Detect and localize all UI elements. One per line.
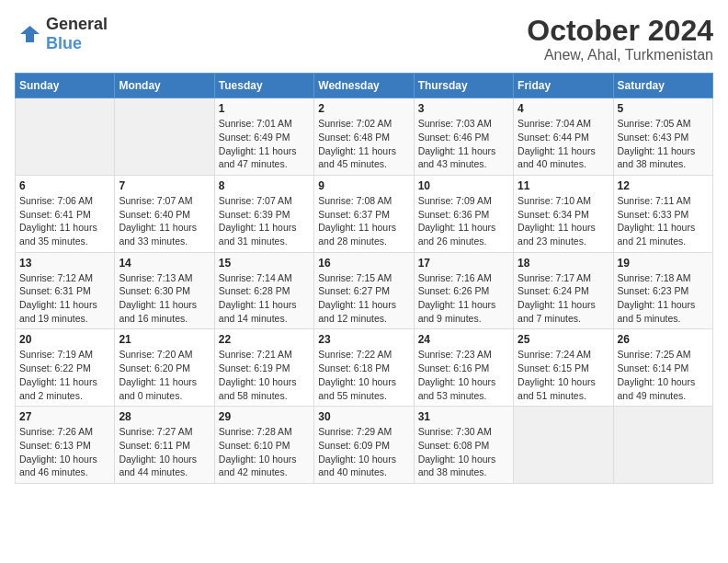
calendar-cell: 3Sunrise: 7:03 AM Sunset: 6:46 PM Daylig…	[414, 98, 513, 176]
calendar-cell: 5Sunrise: 7:05 AM Sunset: 6:43 PM Daylig…	[613, 98, 712, 176]
day-number: 20	[19, 333, 110, 346]
calendar-header: SundayMondayTuesdayWednesdayThursdayFrid…	[16, 74, 713, 98]
day-number: 26	[618, 333, 709, 346]
day-info: Sunrise: 7:13 AM Sunset: 6:30 PM Dayligh…	[119, 271, 210, 326]
day-number: 2	[318, 102, 409, 115]
day-number: 17	[418, 257, 509, 270]
day-number: 15	[219, 257, 310, 270]
calendar-week: 27Sunrise: 7:26 AM Sunset: 6:13 PM Dayli…	[16, 407, 713, 484]
calendar-week: 13Sunrise: 7:12 AM Sunset: 6:31 PM Dayli…	[16, 252, 713, 329]
day-header: Sunday	[16, 74, 115, 98]
page-title: October 2024	[527, 15, 713, 47]
day-number: 13	[19, 257, 110, 270]
calendar-cell: 14Sunrise: 7:13 AM Sunset: 6:30 PM Dayli…	[115, 252, 214, 329]
svg-marker-0	[20, 26, 40, 42]
calendar-cell: 20Sunrise: 7:19 AM Sunset: 6:22 PM Dayli…	[16, 329, 115, 407]
day-number: 14	[119, 257, 210, 270]
day-number: 1	[219, 102, 310, 115]
day-info: Sunrise: 7:09 AM Sunset: 6:36 PM Dayligh…	[418, 194, 509, 248]
day-info: Sunrise: 7:08 AM Sunset: 6:37 PM Dayligh…	[318, 194, 409, 248]
day-header: Friday	[514, 74, 613, 98]
day-info: Sunrise: 7:05 AM Sunset: 6:43 PM Dayligh…	[618, 117, 709, 171]
day-info: Sunrise: 7:27 AM Sunset: 6:11 PM Dayligh…	[119, 425, 210, 479]
calendar-cell: 17Sunrise: 7:16 AM Sunset: 6:26 PM Dayli…	[414, 252, 513, 329]
calendar-cell: 25Sunrise: 7:24 AM Sunset: 6:15 PM Dayli…	[514, 329, 613, 407]
day-info: Sunrise: 7:18 AM Sunset: 6:23 PM Dayligh…	[618, 271, 709, 326]
calendar-cell: 24Sunrise: 7:23 AM Sunset: 6:16 PM Dayli…	[414, 329, 513, 407]
calendar-body: 1Sunrise: 7:01 AM Sunset: 6:49 PM Daylig…	[16, 98, 713, 484]
day-info: Sunrise: 7:07 AM Sunset: 6:40 PM Dayligh…	[119, 194, 210, 248]
day-info: Sunrise: 7:15 AM Sunset: 6:27 PM Dayligh…	[318, 271, 409, 326]
calendar-cell: 12Sunrise: 7:11 AM Sunset: 6:33 PM Dayli…	[613, 175, 712, 252]
day-number: 9	[318, 179, 409, 192]
day-header: Thursday	[414, 74, 513, 98]
day-number: 24	[418, 333, 509, 346]
day-info: Sunrise: 7:21 AM Sunset: 6:19 PM Dayligh…	[219, 348, 310, 402]
day-info: Sunrise: 7:19 AM Sunset: 6:22 PM Dayligh…	[19, 348, 110, 402]
day-header: Monday	[115, 74, 214, 98]
day-info: Sunrise: 7:14 AM Sunset: 6:28 PM Dayligh…	[219, 271, 310, 326]
calendar-cell: 11Sunrise: 7:10 AM Sunset: 6:34 PM Dayli…	[514, 175, 613, 252]
day-info: Sunrise: 7:11 AM Sunset: 6:33 PM Dayligh…	[618, 194, 709, 248]
calendar-cell	[16, 98, 115, 176]
calendar-cell: 29Sunrise: 7:28 AM Sunset: 6:10 PM Dayli…	[214, 407, 313, 484]
day-info: Sunrise: 7:25 AM Sunset: 6:14 PM Dayligh…	[618, 348, 709, 402]
calendar-cell: 30Sunrise: 7:29 AM Sunset: 6:09 PM Dayli…	[314, 407, 414, 484]
logo-text: General Blue	[46, 15, 108, 53]
calendar-cell: 31Sunrise: 7:30 AM Sunset: 6:08 PM Dayli…	[414, 407, 513, 484]
calendar-cell: 21Sunrise: 7:20 AM Sunset: 6:20 PM Dayli…	[115, 329, 214, 407]
calendar-week: 6Sunrise: 7:06 AM Sunset: 6:41 PM Daylig…	[16, 175, 713, 252]
calendar-cell: 23Sunrise: 7:22 AM Sunset: 6:18 PM Dayli…	[314, 329, 414, 407]
day-header: Wednesday	[314, 74, 414, 98]
calendar-cell: 18Sunrise: 7:17 AM Sunset: 6:24 PM Dayli…	[514, 252, 613, 329]
calendar-cell	[115, 98, 214, 176]
day-info: Sunrise: 7:20 AM Sunset: 6:20 PM Dayligh…	[119, 348, 210, 402]
day-number: 3	[418, 102, 509, 115]
calendar-cell: 22Sunrise: 7:21 AM Sunset: 6:19 PM Dayli…	[214, 329, 313, 407]
day-header: Tuesday	[214, 74, 313, 98]
day-number: 31	[418, 410, 509, 423]
calendar-week: 1Sunrise: 7:01 AM Sunset: 6:49 PM Daylig…	[16, 98, 713, 176]
day-number: 18	[518, 257, 609, 270]
day-number: 27	[19, 410, 110, 423]
day-info: Sunrise: 7:04 AM Sunset: 6:44 PM Dayligh…	[518, 117, 609, 171]
page-header: General Blue October 2024 Anew, Ahal, Tu…	[15, 15, 713, 63]
calendar-cell: 19Sunrise: 7:18 AM Sunset: 6:23 PM Dayli…	[613, 252, 712, 329]
day-info: Sunrise: 7:22 AM Sunset: 6:18 PM Dayligh…	[318, 348, 409, 402]
page-subtitle: Anew, Ahal, Turkmenistan	[527, 47, 713, 63]
day-info: Sunrise: 7:16 AM Sunset: 6:26 PM Dayligh…	[418, 271, 509, 326]
day-info: Sunrise: 7:28 AM Sunset: 6:10 PM Dayligh…	[219, 425, 310, 479]
day-number: 11	[518, 179, 609, 192]
calendar-cell: 27Sunrise: 7:26 AM Sunset: 6:13 PM Dayli…	[16, 407, 115, 484]
logo-general: General	[46, 15, 108, 33]
calendar-week: 20Sunrise: 7:19 AM Sunset: 6:22 PM Dayli…	[16, 329, 713, 407]
day-info: Sunrise: 7:29 AM Sunset: 6:09 PM Dayligh…	[318, 425, 409, 479]
day-number: 23	[318, 333, 409, 346]
day-info: Sunrise: 7:01 AM Sunset: 6:49 PM Dayligh…	[219, 117, 310, 171]
calendar-cell: 6Sunrise: 7:06 AM Sunset: 6:41 PM Daylig…	[16, 175, 115, 252]
calendar-cell	[613, 407, 712, 484]
day-info: Sunrise: 7:02 AM Sunset: 6:48 PM Dayligh…	[318, 117, 409, 171]
day-number: 21	[119, 333, 210, 346]
calendar-cell: 15Sunrise: 7:14 AM Sunset: 6:28 PM Dayli…	[214, 252, 313, 329]
day-number: 10	[418, 179, 509, 192]
calendar-cell: 10Sunrise: 7:09 AM Sunset: 6:36 PM Dayli…	[414, 175, 513, 252]
day-info: Sunrise: 7:26 AM Sunset: 6:13 PM Dayligh…	[19, 425, 110, 479]
calendar-cell: 2Sunrise: 7:02 AM Sunset: 6:48 PM Daylig…	[314, 98, 414, 176]
day-info: Sunrise: 7:12 AM Sunset: 6:31 PM Dayligh…	[19, 271, 110, 326]
calendar-cell: 8Sunrise: 7:07 AM Sunset: 6:39 PM Daylig…	[214, 175, 313, 252]
day-number: 4	[518, 102, 609, 115]
calendar-cell: 26Sunrise: 7:25 AM Sunset: 6:14 PM Dayli…	[613, 329, 712, 407]
day-info: Sunrise: 7:23 AM Sunset: 6:16 PM Dayligh…	[418, 348, 509, 402]
calendar-cell: 28Sunrise: 7:27 AM Sunset: 6:11 PM Dayli…	[115, 407, 214, 484]
header-row: SundayMondayTuesdayWednesdayThursdayFrid…	[16, 74, 713, 98]
day-info: Sunrise: 7:06 AM Sunset: 6:41 PM Dayligh…	[19, 194, 110, 248]
logo-icon	[15, 20, 42, 48]
day-info: Sunrise: 7:17 AM Sunset: 6:24 PM Dayligh…	[518, 271, 609, 326]
calendar-cell: 13Sunrise: 7:12 AM Sunset: 6:31 PM Dayli…	[16, 252, 115, 329]
calendar-cell	[514, 407, 613, 484]
calendar-table: SundayMondayTuesdayWednesdayThursdayFrid…	[15, 73, 713, 484]
day-number: 29	[219, 410, 310, 423]
calendar-cell: 1Sunrise: 7:01 AM Sunset: 6:49 PM Daylig…	[214, 98, 313, 176]
day-number: 7	[119, 179, 210, 192]
